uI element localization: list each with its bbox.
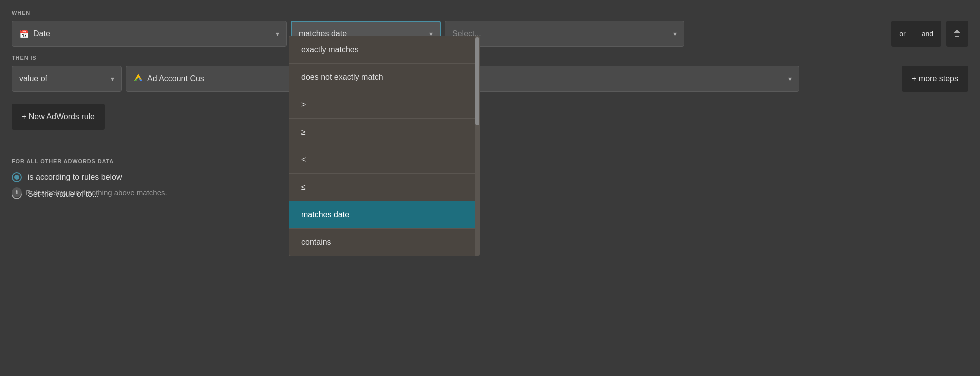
then-is-label: THEN IS: [12, 55, 968, 61]
date-chevron-icon: ▾: [276, 30, 279, 38]
for-all-label: FOR ALL OTHER ADWORDS DATA: [12, 158, 968, 164]
value-chevron-icon: ▾: [673, 30, 677, 38]
radio-dot-is-according: [14, 175, 19, 180]
trash-icon: 🗑: [953, 30, 961, 38]
or-and-group: or and: [891, 21, 941, 47]
dropdown-item-matches-date[interactable]: matches date: [289, 202, 479, 229]
dropdown-item-exactly-matches[interactable]: exactly matches: [289, 36, 479, 64]
info-icon: ℹ: [12, 188, 22, 198]
wide-select-chevron-icon: ▾: [788, 75, 792, 83]
new-adwords-rule-button[interactable]: + New AdWords rule: [12, 104, 105, 130]
ad-account-select[interactable]: Ad Account Cus ▾: [126, 66, 316, 92]
section-divider: [12, 146, 968, 146]
dropdown-item-greater-than[interactable]: >: [289, 92, 479, 119]
bottom-info-text: Rules below run if nothing above matches…: [26, 188, 167, 197]
adwords-logo-icon: [133, 73, 143, 85]
when-row: 📅 Date ▾ matches date ▾ Select... ▾ or a…: [12, 21, 968, 47]
condition-dropdown: exactly matchesdoes not exactly match>≥<…: [289, 36, 480, 256]
when-label: WHEN: [12, 10, 968, 16]
dropdown-item-greater-than-equal[interactable]: ≥: [289, 119, 479, 146]
scrollbar-track[interactable]: [475, 36, 479, 256]
or-button[interactable]: or: [891, 21, 913, 47]
scrollbar-thumb: [475, 38, 479, 126]
radio-is-according[interactable]: is according to rules below: [12, 172, 968, 182]
ad-account-label: Ad Account Cus: [147, 74, 204, 84]
dropdown-item-does-not-exactly-match[interactable]: does not exactly match: [289, 64, 479, 92]
then-is-row: value of ▾ Ad Account Cus ▾ ▾: [12, 66, 968, 92]
value-of-label: value of: [19, 74, 47, 84]
more-steps-button[interactable]: + more steps: [902, 66, 968, 92]
dropdown-item-less-than-equal[interactable]: ≤: [289, 174, 479, 202]
dropdown-item-contains[interactable]: contains: [289, 229, 479, 256]
delete-button[interactable]: 🗑: [946, 21, 968, 47]
dropdown-item-less-than[interactable]: <: [289, 146, 479, 174]
value-of-chevron-icon: ▾: [111, 75, 114, 83]
radio-is-according-label: is according to rules below: [28, 173, 122, 182]
radio-circle-is-according: [12, 172, 22, 182]
value-select[interactable]: Select... ▾: [445, 21, 684, 47]
date-label: Date: [33, 30, 50, 38]
calendar-icon: 📅: [19, 30, 29, 39]
value-of-select[interactable]: value of ▾: [12, 66, 122, 92]
and-button[interactable]: and: [914, 21, 941, 47]
date-select[interactable]: 📅 Date ▾: [12, 21, 287, 47]
bottom-info: ℹ Rules below run if nothing above match…: [12, 188, 167, 198]
